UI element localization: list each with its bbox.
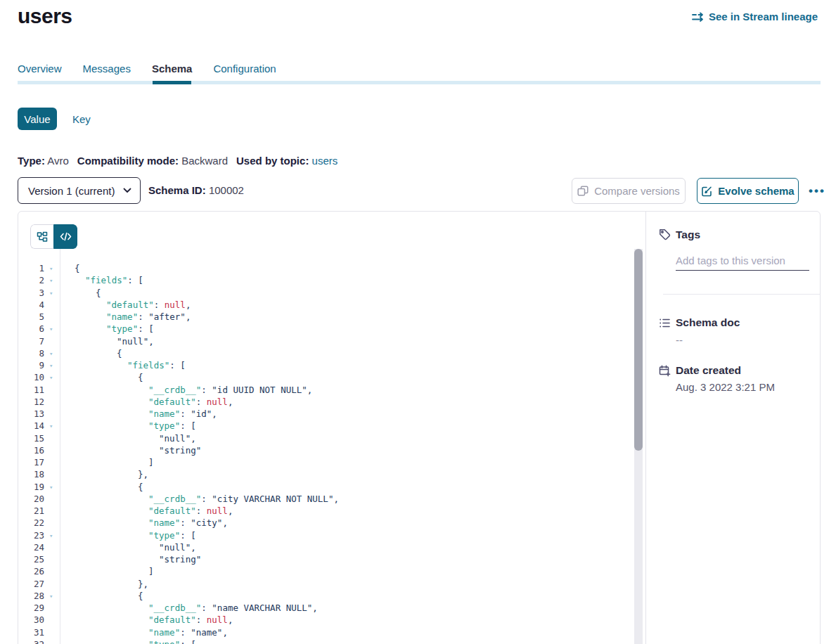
editor-scrollbar[interactable] — [634, 249, 643, 644]
code-line: 15"null", — [18, 432, 634, 444]
fold-toggle-icon[interactable]: ▾ — [49, 530, 53, 542]
line-number: 12 — [18, 396, 44, 408]
fold-toggle-icon[interactable]: ▾ — [49, 288, 53, 300]
schema-sidebar: Tags Schema doc -- Date — [646, 212, 820, 644]
compatibility-label: Compatibility mode: — [77, 155, 179, 167]
code-text: ] — [75, 565, 154, 577]
tree-view-icon — [37, 231, 48, 243]
fold-toggle-icon[interactable]: ▾ — [49, 639, 53, 644]
code-line: 4"default": null, — [18, 299, 634, 311]
used-by-topic-link[interactable]: users — [312, 155, 338, 167]
stream-lineage-icon — [691, 12, 704, 22]
tab-configuration[interactable]: Configuration — [213, 63, 276, 77]
lineage-link-label: See in Stream lineage — [709, 11, 818, 22]
fold-toggle-icon[interactable]: ▾ — [49, 360, 53, 372]
evolve-schema-label: Evolve schema — [718, 185, 794, 197]
line-number: 25 — [18, 553, 44, 565]
schema-panel: 1▾{2▾"fields": [3▾{4"default": null,5"na… — [18, 211, 821, 644]
calendar-plus-icon — [659, 365, 671, 377]
tree-view-button[interactable] — [30, 224, 53, 249]
line-number: 15 — [18, 432, 44, 444]
line-number: 19 — [18, 481, 44, 493]
more-actions-button[interactable]: ••• — [804, 179, 830, 203]
code-line: 12"default": null, — [18, 396, 634, 408]
value-toggle-button[interactable]: Value — [18, 108, 57, 130]
line-number: 17 — [18, 456, 44, 468]
code-line: 27}, — [18, 578, 634, 590]
code-text: { — [75, 262, 80, 274]
code-text: "string" — [75, 553, 201, 565]
fold-toggle-icon[interactable]: ▾ — [49, 372, 53, 384]
evolve-schema-button[interactable]: Evolve schema — [697, 178, 799, 204]
schema-meta-row: Type: Avro Compatibility mode: Backward … — [18, 155, 337, 167]
fold-toggle-icon[interactable]: ▾ — [49, 482, 53, 494]
fold-toggle-icon[interactable]: ▾ — [49, 323, 53, 335]
line-number: 22 — [18, 517, 44, 529]
line-number: 18 — [18, 468, 44, 480]
line-number: 11 — [18, 384, 44, 396]
code-text: "__crdb__": "city VARCHAR NOT NULL", — [75, 493, 339, 505]
code-text: "type": [ — [75, 638, 196, 644]
code-text: ] — [75, 456, 154, 468]
version-select-value: Version 1 (current) — [28, 185, 115, 197]
line-number: 7 — [18, 335, 44, 347]
code-text: { — [75, 371, 143, 383]
line-number: 28 — [18, 590, 44, 602]
key-toggle-button[interactable]: Key — [72, 113, 91, 125]
code-line: 3▾{ — [18, 287, 634, 299]
schema-id-value: 100002 — [209, 184, 244, 196]
code-line: 2▾"fields": [ — [18, 274, 634, 286]
fold-toggle-icon[interactable]: ▾ — [49, 263, 53, 275]
chevron-down-icon — [123, 188, 131, 193]
code-text: "type": [ — [75, 323, 154, 335]
code-line: 22"name": "city", — [18, 517, 634, 529]
schema-id: Schema ID: 100002 — [148, 184, 244, 196]
tab-messages[interactable]: Messages — [83, 63, 131, 77]
code-view-icon — [60, 232, 72, 241]
code-text: "default": null, — [75, 505, 233, 517]
line-number: 30 — [18, 614, 44, 626]
code-line: 1▾{ — [18, 262, 634, 274]
see-in-stream-lineage-link[interactable]: See in Stream lineage — [691, 11, 818, 22]
line-number: 5 — [18, 311, 44, 323]
code-view-button[interactable] — [53, 224, 77, 249]
code-text: "default": null, — [75, 614, 233, 626]
code-line: 7"null", — [18, 335, 634, 347]
code-text: "name": "id", — [75, 408, 217, 420]
tab-bar: Overview Messages Schema Configuration — [18, 63, 276, 77]
line-number: 32 — [18, 638, 44, 644]
code-text: "default": null, — [75, 299, 191, 311]
fold-toggle-icon[interactable]: ▾ — [49, 275, 53, 287]
code-text: }, — [75, 468, 148, 480]
code-text: "type": [ — [75, 420, 196, 432]
compatibility-mode: Compatibility mode: Backward — [77, 155, 228, 167]
code-text: "name": "name", — [75, 626, 228, 638]
tab-schema[interactable]: Schema — [152, 63, 193, 77]
code-line: 20"__crdb__": "city VARCHAR NOT NULL", — [18, 493, 634, 505]
schema-doc-heading: Schema doc — [676, 316, 740, 329]
compare-versions-button[interactable]: Compare versions — [572, 178, 686, 204]
line-number: 27 — [18, 578, 44, 590]
code-line: 5"name": "after", — [18, 311, 634, 323]
line-number: 31 — [18, 626, 44, 638]
tags-heading: Tags — [676, 228, 700, 241]
editor-scrollbar-thumb[interactable] — [634, 249, 643, 451]
code-text: }, — [75, 578, 148, 590]
schema-doc-value: -- — [676, 334, 683, 346]
code-line: 21"default": null, — [18, 505, 634, 517]
code-line: 13"name": "id", — [18, 408, 634, 420]
line-number: 29 — [18, 602, 44, 614]
fold-toggle-icon[interactable]: ▾ — [49, 348, 53, 360]
version-select[interactable]: Version 1 (current) — [18, 177, 141, 204]
line-number: 2 — [18, 274, 44, 286]
sidebar-divider — [663, 294, 820, 295]
code-text: "fields": [ — [75, 359, 186, 371]
add-tags-input[interactable] — [676, 251, 809, 271]
tab-overview[interactable]: Overview — [18, 63, 62, 77]
fold-toggle-icon[interactable]: ▾ — [49, 420, 53, 432]
fold-toggle-icon[interactable]: ▾ — [49, 591, 53, 603]
type-value: Avro — [47, 155, 69, 167]
code-text: "null", — [75, 335, 154, 347]
code-line: 14▾"type": [ — [18, 420, 634, 432]
compare-versions-label: Compare versions — [594, 185, 680, 197]
